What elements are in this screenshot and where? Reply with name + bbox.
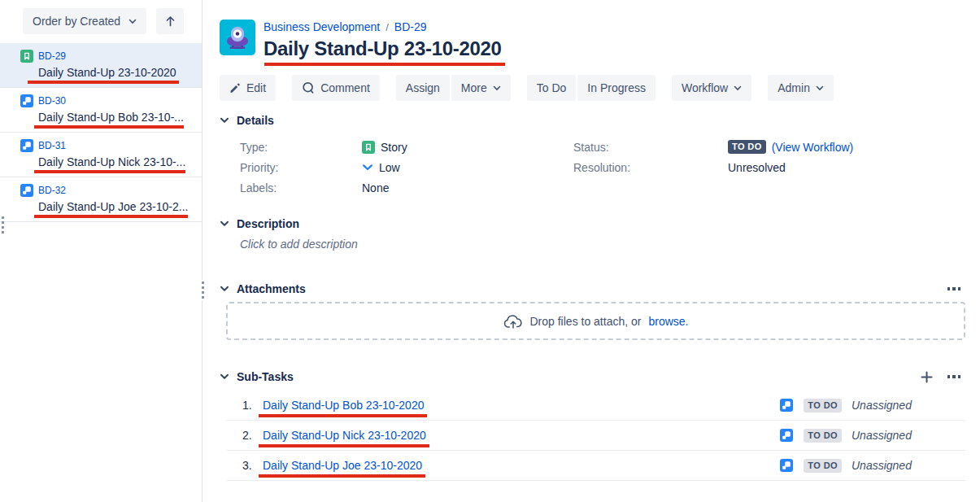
workflow-menu-button[interactable]: Workflow <box>672 75 751 101</box>
issue-toolbar: Edit Comment Assign More To Do In Progre… <box>220 75 965 101</box>
sidebar-drag-handle[interactable] <box>2 216 4 234</box>
chevron-down-icon <box>493 85 501 91</box>
description-heading: Description <box>237 217 299 230</box>
subtask-link[interactable]: Daily Stand-Up Bob 23-10-2020 <box>263 399 424 412</box>
edit-button[interactable]: Edit <box>220 75 276 101</box>
sidebar-controls: Order by Created <box>0 0 202 43</box>
order-by-dropdown[interactable]: Order by Created <box>23 8 146 34</box>
breadcrumb-project-link[interactable]: Business Development <box>264 20 380 34</box>
sort-direction-button[interactable] <box>156 8 184 34</box>
transition-button-group: To Do In Progress <box>527 75 656 101</box>
priority-field: Priority: Low <box>240 157 573 177</box>
issue-summary: Daily Stand-Up 23-10-2020 <box>38 66 176 79</box>
issue-list-item-bd29[interactable]: BD-29 Daily Stand-Up 23-10-2020 <box>0 43 202 88</box>
issue-key: BD-29 <box>38 50 66 62</box>
todo-transition-button[interactable]: To Do <box>527 75 577 101</box>
subtask-number: 1. <box>242 399 263 412</box>
subtask-assignee: Unassigned <box>852 399 915 412</box>
subtask-assignee: Unassigned <box>852 459 915 472</box>
labels-value: None <box>362 181 389 194</box>
subtask-icon <box>20 139 33 152</box>
annotation-underline <box>259 444 429 447</box>
attachments-heading: Attachments <box>237 282 306 295</box>
subtask-icon <box>20 184 33 197</box>
collapse-chevron-icon[interactable] <box>220 373 229 380</box>
chevron-down-icon <box>128 19 137 24</box>
admin-menu-button[interactable]: Admin <box>768 75 834 101</box>
add-subtask-icon[interactable] <box>921 371 933 383</box>
chevron-down-icon <box>734 85 742 91</box>
subtask-link[interactable]: Daily Stand-Up Nick 23-10-2020 <box>263 429 426 442</box>
assign-button[interactable]: Assign <box>396 75 450 101</box>
issue-navigator-sidebar: Order by Created BD-29 Daily Stand-Up 23… <box>0 0 203 502</box>
annotation-underline <box>259 414 427 417</box>
browse-link[interactable]: browse. <box>648 315 688 328</box>
attachment-dropzone[interactable]: Drop files to attach, or browse. <box>226 302 965 340</box>
subtask-icon <box>780 459 793 472</box>
annotation-underline <box>34 215 188 218</box>
attachments-section: Attachments Drop files to attach, or bro… <box>220 282 965 340</box>
view-workflow-link[interactable]: (View Workflow) <box>772 141 854 154</box>
attachments-more-icon[interactable] <box>947 287 961 290</box>
issue-summary: Daily Stand-Up Joe 23-10-2... <box>38 200 188 213</box>
status-field: Status: TO DO (View Workflow) <box>573 137 965 157</box>
in-progress-transition-button[interactable]: In Progress <box>576 75 656 101</box>
subtask-icon <box>20 94 33 107</box>
breadcrumb: Business Development / BD-29 <box>264 20 502 34</box>
subtask-icon <box>780 399 793 412</box>
type-field: Type: Story <box>240 137 573 157</box>
labels-field: Labels: None <box>240 177 573 198</box>
workflow-label: Workflow <box>682 81 728 94</box>
issue-list: BD-29 Daily Stand-Up 23-10-2020 BD-30 Da… <box>0 43 202 222</box>
details-heading: Details <box>237 114 274 127</box>
priority-label: Priority: <box>240 161 362 174</box>
details-section: Details Type: Story Priority: Low <box>220 114 965 198</box>
resolution-value: Unresolved <box>728 161 786 174</box>
subtask-status-badge: TO DO <box>804 399 842 413</box>
subtask-status-badge: TO DO <box>804 429 842 443</box>
collapse-chevron-icon[interactable] <box>220 286 229 292</box>
description-placeholder[interactable]: Click to add description <box>240 238 358 251</box>
subtask-icon <box>780 429 793 442</box>
page-title: Daily Stand-Up 23-10-2020 <box>264 37 502 59</box>
details-left-column: Type: Story Priority: Low Labels: None <box>240 137 573 198</box>
todo-label: To Do <box>537 81 567 94</box>
subtasks-section: Sub-Tasks 1. Daily Stand-Up Bob 23-10-20… <box>220 370 965 481</box>
header-text: Business Development / BD-29 Daily Stand… <box>264 20 502 61</box>
priority-low-icon <box>362 164 373 172</box>
project-avatar <box>220 20 255 55</box>
subtask-assignee: Unassigned <box>852 429 915 442</box>
type-label: Type: <box>240 141 362 154</box>
details-right-column: Status: TO DO (View Workflow) Resolution… <box>573 137 965 198</box>
issue-list-item-bd31[interactable]: BD-31 Daily Stand-Up Nick 23-10-... <box>0 133 202 177</box>
more-menu-button[interactable]: More <box>450 75 511 101</box>
cloud-upload-icon <box>503 314 523 329</box>
subtask-link[interactable]: Daily Stand-Up Joe 23-10-2020 <box>263 459 422 472</box>
breadcrumb-issue-link[interactable]: BD-29 <box>394 20 427 34</box>
issue-detail-panel: Business Development / BD-29 Daily Stand… <box>203 0 980 502</box>
subtask-list: 1. Daily Stand-Up Bob 23-10-2020 TO DO U… <box>226 391 965 481</box>
subtask-row: 2. Daily Stand-Up Nick 23-10-2020 TO DO … <box>226 421 965 451</box>
dropzone-text: Drop files to attach, or <box>530 315 642 328</box>
subtasks-heading: Sub-Tasks <box>237 370 294 383</box>
collapse-chevron-icon[interactable] <box>220 117 229 124</box>
comment-icon <box>302 81 315 94</box>
issue-list-item-bd30[interactable]: BD-30 Daily Stand-Up Bob 23-10-... <box>0 88 202 133</box>
story-icon <box>362 141 375 154</box>
issue-list-item-bd32[interactable]: BD-32 Daily Stand-Up Joe 23-10-2... <box>0 177 202 222</box>
comment-button[interactable]: Comment <box>292 75 380 101</box>
panel-resize-handle[interactable] <box>200 280 206 300</box>
issue-key: BD-30 <box>38 95 66 107</box>
subtasks-more-icon[interactable] <box>947 375 961 378</box>
breadcrumb-separator: / <box>380 20 394 34</box>
status-badge: TO DO <box>728 140 766 154</box>
annotation-underline <box>34 125 184 129</box>
issue-summary: Daily Stand-Up Nick 23-10-... <box>38 155 185 168</box>
annotation-underline <box>34 170 185 173</box>
subtask-row: 3. Daily Stand-Up Joe 23-10-2020 TO DO U… <box>226 451 965 481</box>
annotation-underline <box>28 81 179 84</box>
collapse-chevron-icon[interactable] <box>220 220 229 227</box>
resolution-field: Resolution: Unresolved <box>573 157 965 177</box>
admin-label: Admin <box>777 81 810 94</box>
chevron-down-icon <box>816 85 824 91</box>
